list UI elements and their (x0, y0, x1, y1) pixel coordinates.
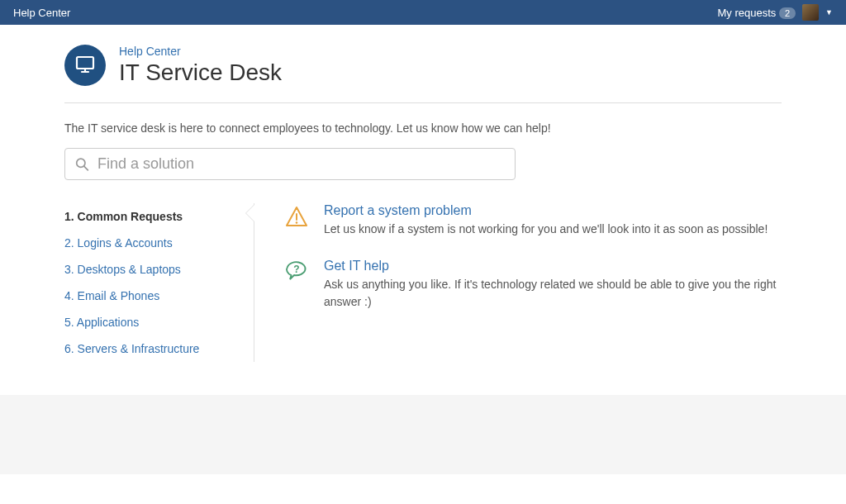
topbar: Help Center My requests 2 ▼ (0, 0, 846, 25)
chevron-down-icon[interactable]: ▼ (825, 8, 833, 17)
svg-rect-0 (77, 57, 93, 69)
category-item-desktops[interactable]: 3. Desktops & Laptops (64, 256, 237, 283)
question-chat-icon: ? (283, 259, 311, 287)
active-pointer (246, 205, 254, 221)
category-item-logins[interactable]: 2. Logins & Accounts (64, 230, 237, 256)
topbar-right: My requests 2 ▼ (718, 4, 833, 21)
topbar-title[interactable]: Help Center (13, 7, 70, 19)
category-item-email[interactable]: 4. Email & Phones (64, 283, 237, 309)
request-title[interactable]: Get IT help (324, 259, 782, 273)
search-icon (75, 157, 89, 172)
svg-line-4 (84, 166, 88, 169)
svg-text:?: ? (293, 264, 299, 275)
breadcrumb[interactable]: Help Center (119, 45, 282, 58)
intro-text: The IT service desk is here to connect e… (64, 103, 782, 148)
category-item-common[interactable]: 1. Common Requests (64, 203, 237, 230)
request-desc: Ask us anything you like. If it's techno… (324, 276, 782, 310)
page-header: Help Center IT Service Desk (64, 25, 782, 103)
search-input[interactable] (97, 155, 505, 173)
page-title: IT Service Desk (119, 59, 282, 86)
category-list: 1. Common Requests 2. Logins & Accounts … (64, 203, 254, 362)
request-list: Report a system problem Let us know if a… (254, 203, 782, 362)
avatar[interactable] (802, 4, 819, 21)
request-title[interactable]: Report a system problem (324, 203, 782, 218)
category-item-applications[interactable]: 5. Applications (64, 309, 237, 335)
content: Help Center IT Service Desk The IT servi… (51, 25, 795, 362)
desk-logo-icon (64, 45, 106, 86)
request-desc: Let us know if a system is not working f… (324, 221, 782, 237)
my-requests-link[interactable]: My requests 2 (718, 7, 796, 19)
warning-icon (283, 203, 311, 231)
request-item: ? Get IT help Ask us anything you like. … (283, 259, 782, 310)
search-box[interactable] (64, 148, 516, 180)
main-columns: 1. Common Requests 2. Logins & Accounts … (64, 203, 782, 362)
svg-point-6 (296, 221, 298, 224)
footer (0, 395, 846, 474)
request-item: Report a system problem Let us know if a… (283, 203, 782, 237)
my-requests-count: 2 (779, 7, 796, 19)
category-item-servers[interactable]: 6. Servers & Infrastructure (64, 335, 237, 362)
svg-point-3 (77, 159, 85, 167)
